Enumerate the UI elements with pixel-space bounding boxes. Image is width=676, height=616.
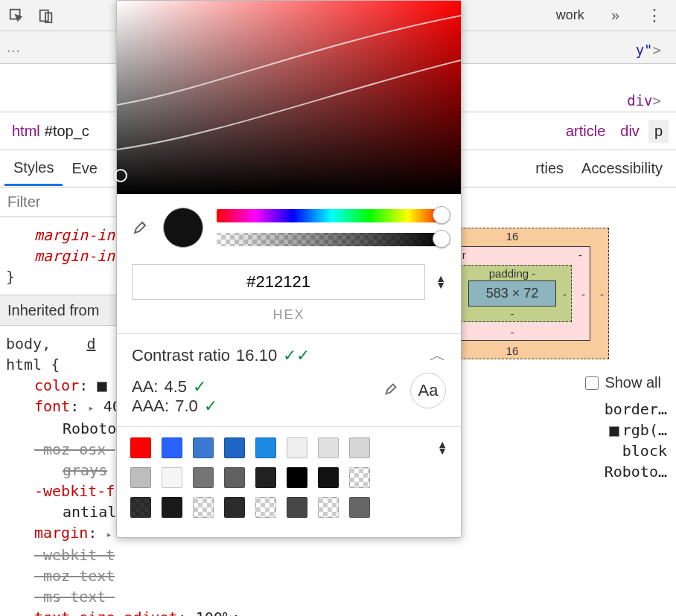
prop-webkit-text[interactable]: -webkit-t <box>34 546 115 564</box>
tab-properties[interactable]: rties <box>526 153 573 185</box>
color-swatch-icon[interactable] <box>97 382 107 392</box>
aaa-value: 7.0 <box>175 397 198 416</box>
overflow-icon[interactable]: » <box>601 7 630 24</box>
prop-font[interactable]: font <box>34 397 70 415</box>
saturation-value-area[interactable] <box>117 1 461 194</box>
palette-switcher-icon[interactable]: ▲▼ <box>437 441 447 455</box>
tab-event-listeners[interactable]: Eve <box>63 153 106 185</box>
palette-swatch[interactable] <box>287 497 307 518</box>
double-check-icon: ✓✓ <box>283 346 310 365</box>
palette-swatch[interactable] <box>255 497 276 518</box>
prop-moz-osx[interactable]: -moz-osx- <box>34 440 115 458</box>
prop-text-size-adjust[interactable]: text-size-adjust <box>34 609 178 616</box>
palette-swatch[interactable] <box>162 437 182 458</box>
hue-thumb[interactable] <box>433 206 450 224</box>
alpha-thumb[interactable] <box>433 230 450 248</box>
device-toggle-icon[interactable] <box>36 5 57 26</box>
check-icon: ✓ <box>193 377 206 397</box>
kebab-menu-icon[interactable]: ⋮ <box>639 6 670 25</box>
palette-swatch[interactable] <box>162 497 182 518</box>
palette-swatch[interactable] <box>349 497 370 518</box>
prop-margin-inline-1[interactable]: margin-in <box>34 226 115 244</box>
computed-swatch-icon[interactable] <box>609 426 619 437</box>
prop-webkit-font[interactable]: -webkit-f <box>34 482 115 500</box>
network-tab-partial[interactable]: work <box>556 7 592 23</box>
palette-row-3 <box>130 497 447 518</box>
crumb-p-selected[interactable]: p <box>648 120 669 143</box>
palette-swatch[interactable] <box>130 497 151 518</box>
bg-eyedropper-icon[interactable] <box>383 380 400 401</box>
crumb-html[interactable]: html <box>7 123 45 140</box>
hex-input[interactable] <box>132 264 425 300</box>
palette-swatch[interactable] <box>318 467 339 488</box>
palette-row-2 <box>130 467 447 488</box>
show-all-label: Show all <box>605 374 661 391</box>
hex-label: HEX <box>117 307 461 333</box>
sv-cursor[interactable] <box>114 169 127 182</box>
palette-row-1: ▲▼ <box>130 437 447 458</box>
inspect-element-icon[interactable] <box>6 5 27 26</box>
palette-swatch[interactable] <box>318 497 339 518</box>
palette-swatch-transparent[interactable] <box>349 467 370 488</box>
palette-swatch[interactable] <box>224 497 245 518</box>
margin-top-value: 16 <box>506 230 519 243</box>
current-color-swatch <box>163 208 203 248</box>
crumb-div[interactable]: div <box>614 120 645 143</box>
alpha-slider[interactable] <box>217 233 446 246</box>
crumb-topid[interactable]: #top_c <box>45 123 89 140</box>
palette-swatch[interactable] <box>287 437 307 458</box>
val-roboto[interactable]: Roboto <box>63 420 116 437</box>
crumb-article[interactable]: article <box>560 120 611 143</box>
palette-swatch[interactable] <box>318 437 339 458</box>
prop-margin[interactable]: margin <box>34 524 88 542</box>
format-switcher-icon[interactable]: ▲▼ <box>436 275 446 289</box>
palette-swatch[interactable] <box>193 467 214 488</box>
show-all-checkbox[interactable] <box>585 376 599 390</box>
palette-swatch[interactable] <box>162 467 182 488</box>
ellipsis-text: … <box>6 39 21 56</box>
prop-margin-inline-2[interactable]: margin-in <box>34 247 115 265</box>
prop-color[interactable]: color <box>34 376 79 394</box>
svg-rect-1 <box>40 10 48 21</box>
eyedropper-icon[interactable] <box>132 218 150 238</box>
palette-swatch[interactable] <box>130 467 151 488</box>
expand-icon-2[interactable]: ▸ <box>106 528 112 540</box>
tab-accessibility[interactable]: Accessibility <box>573 153 672 185</box>
dom-fragment-div: div> <box>627 92 661 109</box>
palette-swatch[interactable] <box>349 437 370 458</box>
val-grayscale[interactable]: grays <box>63 461 107 479</box>
color-picker-popup: ▲▼ HEX Contrast ratio 16.10 ✓✓ ︿ AA: 4.5… <box>116 0 462 538</box>
palette-swatch[interactable] <box>224 467 245 488</box>
chevron-up-icon[interactable]: ︿ <box>430 344 446 367</box>
aa-value: 4.5 <box>164 377 187 397</box>
prop-ms-text[interactable]: -ms-text- <box>34 588 115 606</box>
palette-swatch[interactable] <box>193 497 214 518</box>
palette-swatch[interactable] <box>193 437 214 458</box>
palette-swatch[interactable] <box>255 437 276 458</box>
palette-swatch[interactable] <box>224 437 245 458</box>
tab-styles[interactable]: Styles <box>4 152 63 186</box>
palette-swatch[interactable] <box>287 467 307 488</box>
prop-moz-text[interactable]: -moz-text <box>34 567 115 585</box>
expand-icon[interactable]: ▸ <box>88 402 94 414</box>
content-size: 583 × 72 <box>468 280 556 307</box>
margin-bottom-value: 16 <box>506 344 519 357</box>
hue-slider[interactable] <box>217 209 446 222</box>
palette-swatch[interactable] <box>255 467 276 488</box>
val-antialiased[interactable]: antial <box>63 503 116 521</box>
padding-label: padding - <box>489 267 536 280</box>
color-palette: ▲▼ <box>117 427 461 537</box>
contrast-ratio-row[interactable]: Contrast ratio 16.10 ✓✓ ︿ <box>117 334 461 377</box>
dom-fragment-body: y"> <box>636 42 661 58</box>
contrast-value: 16.10 <box>236 346 277 365</box>
palette-swatch[interactable] <box>130 437 151 458</box>
check-icon-2: ✓ <box>204 397 217 416</box>
text-sample-button[interactable]: Aa <box>410 373 446 408</box>
